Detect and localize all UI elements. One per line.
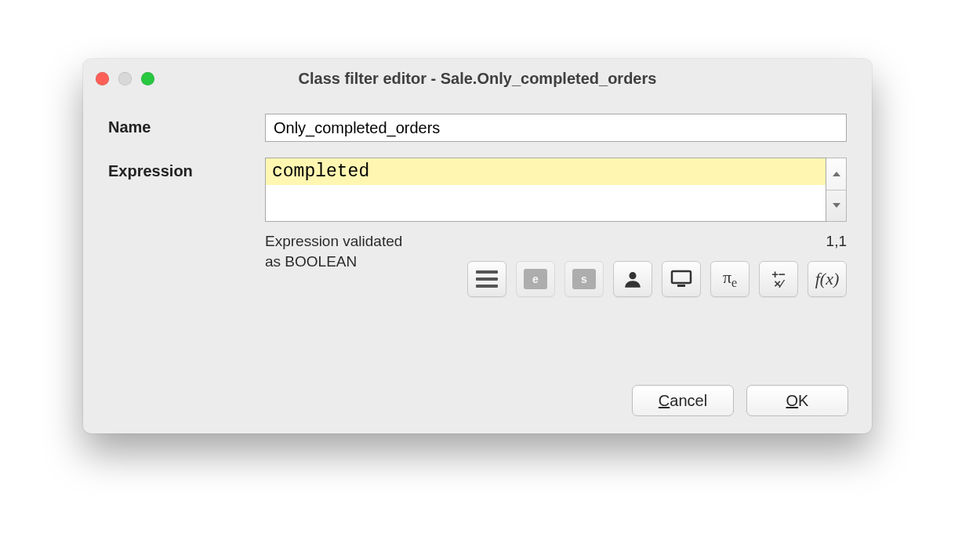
validation-status-line1: Expression validated (265, 233, 402, 249)
palette-e-button[interactable]: e (516, 261, 555, 297)
palette-monitor-button[interactable] (662, 261, 701, 297)
name-input[interactable] (265, 114, 847, 142)
expression-text: completed (266, 158, 826, 185)
maximize-window-button[interactable] (141, 72, 154, 85)
palette-operators-button[interactable]: +− ×⁄ (759, 261, 798, 297)
operators-icon: +− ×⁄ (771, 270, 786, 288)
person-icon (622, 269, 643, 289)
window-controls (96, 72, 154, 85)
dialog-window: Class filter editor - Sale.Only_complete… (83, 59, 872, 433)
scroll-down-button[interactable] (826, 190, 846, 222)
scroll-up-button[interactable] (826, 158, 846, 190)
palette-s-button[interactable]: s (564, 261, 604, 297)
chevron-down-icon (833, 203, 840, 208)
minimize-window-button[interactable] (118, 72, 132, 85)
expression-label: Expression (108, 158, 257, 222)
close-window-button[interactable] (96, 72, 109, 85)
svg-rect-2 (677, 285, 685, 287)
palette-constants-button[interactable]: πe (710, 261, 750, 297)
fx-icon: f(x) (815, 269, 840, 289)
expression-palette: e s πe (265, 261, 847, 297)
titlebar: Class filter editor - Sale.Only_complete… (83, 59, 872, 98)
expression-field-wrapper: completed (265, 158, 847, 222)
ok-button[interactable]: OK (746, 385, 848, 416)
palette-user-button[interactable] (613, 261, 652, 297)
list-icon (476, 270, 498, 288)
chevron-up-icon (833, 172, 840, 176)
svg-rect-1 (672, 271, 691, 283)
pi-icon: πe (723, 267, 737, 290)
palette-attributes-button[interactable] (467, 261, 506, 297)
dialog-footer: Cancel OK (83, 371, 872, 433)
letter-s-icon: s (572, 269, 596, 289)
caret-position: 1,1 (826, 231, 847, 250)
palette-functions-button[interactable]: f(x) (808, 261, 847, 297)
svg-point-0 (629, 272, 636, 279)
monitor-icon (670, 270, 692, 288)
expression-textarea[interactable]: completed (265, 158, 826, 222)
expression-scrollbar (826, 158, 847, 222)
dialog-body: Name Expression completed Expression val… (83, 98, 872, 316)
cancel-button[interactable]: Cancel (632, 385, 734, 416)
window-title: Class filter editor - Sale.Only_complete… (83, 70, 872, 88)
name-label: Name (108, 114, 257, 142)
letter-e-icon: e (524, 269, 547, 289)
